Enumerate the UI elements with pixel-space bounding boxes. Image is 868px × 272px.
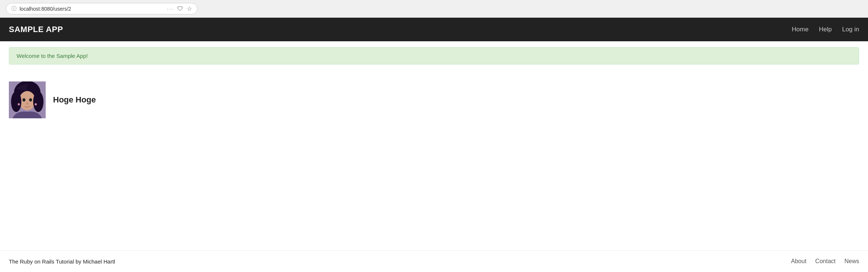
navbar-brand[interactable]: SAMPLE APP: [9, 25, 63, 34]
footer-text: The Ruby on Rails Tutorial by Michael Ha…: [9, 258, 115, 265]
url-text: localhost:8080/users/2: [20, 6, 160, 12]
svg-point-7: [27, 102, 28, 105]
nav-item-help: Help: [819, 26, 832, 33]
svg-point-3: [11, 91, 21, 112]
nav-item-login: Log in: [842, 26, 859, 33]
page-wrapper: Welcome to the Sample App!: [0, 47, 868, 272]
navbar-nav: Home Help Log in: [792, 26, 859, 33]
user-profile: Hoge Hoge: [9, 81, 859, 118]
avatar-svg: [9, 81, 46, 118]
browser-bar: ⓘ localhost:8080/users/2 ··· 🛡 ☆: [0, 0, 868, 18]
navbar: SAMPLE APP Home Help Log in: [0, 18, 868, 41]
footer-link-about[interactable]: About: [791, 258, 806, 265]
avatar-placeholder: [9, 81, 46, 118]
footer-left: The Ruby on Rails Tutorial by Michael Ha…: [9, 258, 115, 265]
info-icon: ⓘ: [11, 6, 17, 12]
svg-point-9: [35, 103, 37, 105]
nav-link-home[interactable]: Home: [792, 26, 808, 33]
nav-item-home: Home: [792, 26, 808, 33]
more-icon[interactable]: ···: [167, 6, 174, 12]
footer-link-news[interactable]: News: [844, 258, 859, 265]
user-name: Hoge Hoge: [53, 95, 96, 105]
footer-right: About Contact News: [791, 258, 859, 265]
nav-link-help[interactable]: Help: [819, 26, 832, 33]
nav-link-login[interactable]: Log in: [842, 26, 859, 33]
footer-link-contact[interactable]: Contact: [815, 258, 836, 265]
footer: The Ruby on Rails Tutorial by Michael Ha…: [0, 250, 868, 272]
flash-success: Welcome to the Sample App!: [9, 47, 859, 64]
user-avatar: [9, 81, 46, 118]
browser-actions: ··· 🛡 ☆: [167, 5, 192, 12]
address-bar[interactable]: ⓘ localhost:8080/users/2 ··· 🛡 ☆: [6, 3, 197, 14]
svg-point-4: [33, 91, 43, 112]
svg-point-5: [22, 98, 25, 102]
flash-message: Welcome to the Sample App!: [17, 53, 88, 59]
star-icon[interactable]: ☆: [187, 5, 192, 12]
main-content: Hoge Hoge: [0, 70, 868, 126]
pocket-icon[interactable]: 🛡: [177, 6, 183, 12]
svg-point-8: [18, 103, 20, 105]
svg-point-6: [29, 98, 32, 102]
